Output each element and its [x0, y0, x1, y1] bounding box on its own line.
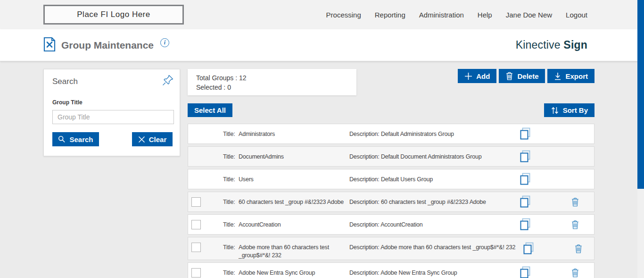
row-description-label: Description:: [349, 199, 381, 205]
plus-icon: [464, 72, 472, 80]
select-all-label: Select All: [194, 106, 226, 114]
top-bar: Place FI Logo Here Processing Reporting …: [0, 0, 644, 29]
copy-icon: [520, 218, 531, 231]
clear-button[interactable]: Clear: [132, 132, 173, 146]
row-description-label: Description:: [349, 244, 380, 251]
main-panel: Total Groups : 12 Selected : 0 Add: [188, 69, 594, 278]
group-maintenance-icon: [43, 37, 56, 54]
group-row: Title: Adobe more than 60 characters tes…: [188, 237, 594, 260]
search-panel-title: Search: [52, 77, 173, 86]
row-description-value: Default Administrators Group: [381, 131, 454, 137]
brand-kinective: Kinective: [516, 39, 561, 51]
copy-icon: [520, 266, 531, 278]
row-description-label: Description:: [349, 153, 381, 160]
copy-group-button[interactable]: [515, 242, 542, 255]
copy-group-button[interactable]: [512, 218, 538, 231]
info-icon[interactable]: i: [160, 38, 169, 47]
content-area: Search Group Title Search Clear: [0, 61, 644, 278]
group-row: Title: Users Description: Default Users …: [188, 169, 594, 189]
export-button[interactable]: Export: [547, 69, 594, 83]
delete-group-button[interactable]: [562, 268, 588, 278]
row-title-value: Users: [239, 176, 345, 184]
copy-icon: [520, 195, 531, 208]
nav-reporting[interactable]: Reporting: [375, 11, 405, 19]
total-groups-count: Total Groups : 12: [196, 73, 356, 83]
row-title-label: Title:: [223, 130, 239, 138]
group-title-input[interactable]: [52, 110, 174, 124]
copy-group-button[interactable]: [512, 195, 538, 208]
group-row: Title: Administrators Description: Defau…: [188, 124, 594, 144]
copy-icon: [520, 173, 531, 185]
copy-icon: [520, 127, 531, 140]
row-description-label: Description:: [349, 221, 380, 228]
group-title-label: Group Title: [52, 99, 173, 106]
trash-icon: [574, 244, 583, 254]
page-header-band: Group Maintenance i Kinective Sign: [0, 29, 644, 61]
brand-logo: Kinective Sign: [516, 39, 587, 51]
brand-sign: Sign: [563, 39, 587, 51]
row-title-value: Administrators: [239, 130, 345, 138]
trash-icon: [571, 197, 579, 207]
scrollbar-thumb[interactable]: [637, 0, 644, 189]
trash-icon: [571, 219, 579, 230]
row-description-value: Default Users Group: [381, 176, 433, 183]
row-description-label: Description:: [349, 270, 380, 276]
row-description-value: Adobe New Entra Sync Group: [380, 270, 457, 276]
row-description-value: AccountCreation: [380, 221, 422, 228]
fi-logo-placeholder: Place FI Logo Here: [43, 5, 184, 25]
copy-icon: [520, 150, 531, 163]
row-title-label: Title:: [223, 221, 239, 229]
delete-group-button[interactable]: [565, 244, 592, 254]
group-row: Title: DocumentAdmins Description: Defau…: [188, 146, 594, 167]
row-title-value: Adobe more than 60 characters test _grou…: [239, 244, 345, 260]
row-title-label: Title:: [223, 198, 239, 206]
trash-icon: [505, 71, 513, 81]
group-row: Title: AccountCreation Description: Acco…: [188, 214, 594, 235]
delete-button[interactable]: Delete: [499, 69, 545, 83]
select-all-button[interactable]: Select All: [188, 103, 232, 117]
page-scrollbar[interactable]: [637, 0, 644, 278]
search-button[interactable]: Search: [52, 132, 99, 146]
nav-processing[interactable]: Processing: [326, 11, 361, 19]
nav-help[interactable]: Help: [478, 11, 492, 19]
search-icon: [58, 135, 66, 143]
delete-group-button[interactable]: [562, 219, 588, 230]
copy-group-button[interactable]: [512, 150, 538, 163]
copy-group-button[interactable]: [512, 266, 538, 278]
nav-logout[interactable]: Logout: [566, 11, 587, 19]
row-title-label: Title:: [223, 269, 239, 277]
clear-button-label: Clear: [149, 135, 167, 143]
nav-user-jane-doe-new[interactable]: Jane Doe New: [506, 11, 552, 19]
row-description-label: Description:: [349, 176, 381, 183]
row-title-value: 60 characters test _group #&!2323 Adobe: [239, 198, 345, 206]
trash-icon: [571, 268, 579, 278]
group-row: Title: 60 characters test _group #&!2323…: [188, 192, 594, 212]
delete-group-button[interactable]: [562, 197, 588, 207]
row-checkbox[interactable]: [191, 268, 201, 278]
sort-arrows-icon: [551, 106, 559, 115]
row-title-value: Adobe New Entra Sync Group: [239, 269, 345, 277]
clear-x-icon: [138, 136, 145, 143]
copy-group-button[interactable]: [512, 173, 538, 185]
row-title-label: Title:: [223, 153, 239, 161]
row-title-label: Title:: [223, 176, 239, 184]
row-title-value: DocumentAdmins: [239, 153, 345, 161]
add-button-label: Add: [476, 72, 490, 80]
copy-icon: [523, 242, 534, 255]
fi-logo-text: Place FI Logo Here: [77, 10, 150, 19]
sort-by-button[interactable]: Sort By: [544, 103, 594, 117]
search-button-label: Search: [69, 135, 93, 143]
row-checkbox[interactable]: [191, 197, 201, 207]
search-panel: Search Group Title Search Clear: [43, 69, 180, 156]
row-checkbox[interactable]: [191, 243, 201, 252]
row-description-value: Default Document Administrators Group: [381, 153, 482, 160]
row-description-value: 60 characters test _group #&!2323 Adobe: [381, 199, 486, 205]
pin-icon[interactable]: [162, 74, 174, 88]
row-description-label: Description:: [349, 131, 381, 137]
nav-administration[interactable]: Administration: [419, 11, 464, 19]
summary-card: Total Groups : 12 Selected : 0: [188, 69, 356, 95]
row-checkbox[interactable]: [191, 220, 201, 229]
copy-group-button[interactable]: [512, 127, 538, 140]
add-button[interactable]: Add: [458, 69, 496, 83]
row-description-value: Adobe more than 60 characters test _grou…: [380, 244, 515, 251]
